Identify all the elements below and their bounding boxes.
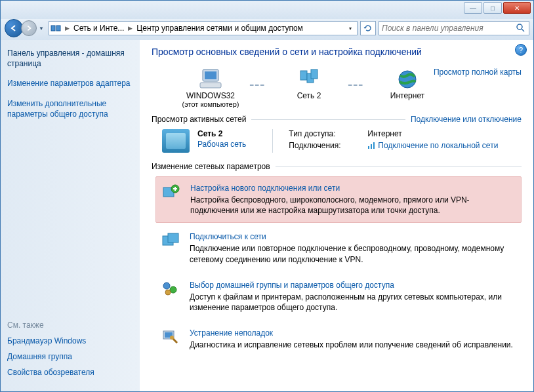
refresh-button[interactable] bbox=[360, 21, 376, 35]
network-category-icon[interactable] bbox=[162, 129, 190, 153]
section-label: Изменение сетевых параметров bbox=[152, 162, 270, 171]
forward-button[interactable] bbox=[21, 20, 37, 36]
local-connection-link[interactable]: Подключение по локальной сети bbox=[367, 141, 498, 150]
window: — □ ✕ ▼ ▶ Сеть и Инте... ▶ Центр управле… bbox=[0, 0, 534, 392]
svg-rect-9 bbox=[311, 69, 318, 79]
back-button[interactable] bbox=[5, 19, 23, 37]
svg-rect-1 bbox=[56, 26, 60, 31]
breadcrumb-separator[interactable]: ▶ bbox=[64, 25, 71, 31]
search-box[interactable] bbox=[379, 21, 529, 35]
address-dropdown[interactable]: ▾ bbox=[345, 26, 356, 31]
task-list: Настройка нового подключения или сети На… bbox=[155, 176, 522, 357]
task-homegroup-sharing[interactable]: Выбор домашней группы и параметров общег… bbox=[155, 274, 522, 319]
section-change-settings: Изменение сетевых параметров bbox=[152, 162, 522, 171]
computer-icon bbox=[171, 68, 250, 91]
active-network-left: Сеть 2 Рабочая сеть bbox=[162, 129, 246, 153]
maximize-button[interactable]: □ bbox=[483, 2, 502, 14]
refresh-icon bbox=[363, 24, 373, 33]
homegroup-icon bbox=[161, 281, 180, 299]
page-heading: Просмотр основных сведений о сети и наст… bbox=[152, 47, 522, 57]
task-description: Диагностика и исправление сетевых пробле… bbox=[190, 340, 516, 350]
task-title: Настройка нового подключения или сети bbox=[190, 184, 516, 193]
network-type-link[interactable]: Рабочая сеть bbox=[197, 140, 246, 149]
svg-point-18 bbox=[163, 283, 170, 289]
sidebar-see-also-label: См. также bbox=[7, 321, 133, 330]
help-button[interactable]: ? bbox=[515, 44, 527, 56]
connection-line: ━━━ bbox=[348, 82, 368, 88]
address-bar[interactable]: ▶ Сеть и Инте... ▶ Центр управления сетя… bbox=[49, 21, 358, 35]
breadcrumb-seg-1[interactable]: Сеть и Инте... bbox=[73, 24, 124, 33]
breadcrumb-seg-2[interactable]: Центр управления сетями и общим доступом bbox=[136, 24, 303, 33]
access-type-label: Тип доступа: bbox=[289, 129, 367, 138]
node-network[interactable]: Сеть 2 bbox=[270, 68, 348, 100]
minimize-button[interactable]: — bbox=[464, 2, 482, 14]
sidebar-link-sharing[interactable]: Изменить дополнительные параметры общего… bbox=[7, 98, 133, 119]
network-hub-icon bbox=[270, 68, 348, 91]
sidebar-link-adapter[interactable]: Изменение параметров адаптера bbox=[7, 78, 133, 88]
connection-line: ━━━ bbox=[250, 82, 270, 88]
task-description: Доступ к файлам и принтерам, расположенн… bbox=[190, 292, 516, 313]
sidebar-internet-options-link[interactable]: Свойства обозревателя bbox=[7, 368, 133, 377]
section-label: Просмотр активных сетей bbox=[152, 115, 246, 124]
troubleshoot-icon bbox=[161, 328, 180, 347]
address-row: ▼ ▶ Сеть и Инте... ▶ Центр управления се… bbox=[1, 19, 533, 40]
active-network-right: Тип доступа: Интернет Подключения: Подкл… bbox=[272, 129, 522, 153]
access-type-value: Интернет bbox=[367, 129, 401, 138]
task-troubleshoot[interactable]: Устранение неполадок Диагностика и испра… bbox=[155, 322, 522, 357]
nav-buttons: ▼ bbox=[5, 19, 46, 37]
sidebar-firewall-link[interactable]: Брандмауэр Windows bbox=[7, 336, 133, 345]
svg-point-23 bbox=[170, 336, 174, 340]
svg-rect-5 bbox=[205, 71, 216, 79]
svg-point-10 bbox=[399, 71, 416, 88]
svg-line-3 bbox=[522, 29, 524, 31]
node-label: WINDOWS32 bbox=[171, 91, 250, 100]
main-content: ? Просмотр основных сведений о сети и на… bbox=[140, 40, 533, 391]
connections-label: Подключения: bbox=[289, 141, 367, 150]
active-network-block: Сеть 2 Рабочая сеть Тип доступа: Интерне… bbox=[162, 129, 522, 153]
svg-point-19 bbox=[170, 286, 176, 293]
task-description: Подключение или повторное подключение к … bbox=[190, 243, 516, 264]
search-icon[interactable] bbox=[516, 23, 526, 34]
sidebar-homegroup-link[interactable]: Домашняя группа bbox=[7, 352, 133, 361]
svg-rect-7 bbox=[300, 71, 307, 80]
task-connect-network[interactable]: Подключиться к сети Подключение или повт… bbox=[155, 225, 522, 271]
control-panel-icon bbox=[51, 23, 61, 33]
signal-icon bbox=[367, 142, 375, 149]
svg-rect-12 bbox=[371, 144, 372, 149]
arrow-left-icon bbox=[10, 24, 18, 32]
sidebar-home-link[interactable]: Панель управления - домашняя страница bbox=[7, 48, 133, 69]
sidebar: Панель управления - домашняя страница Из… bbox=[1, 40, 140, 391]
task-title: Устранение неполадок bbox=[190, 328, 516, 338]
task-title: Подключиться к сети bbox=[190, 232, 516, 241]
svg-rect-13 bbox=[373, 142, 375, 149]
svg-rect-0 bbox=[51, 26, 55, 31]
task-description: Настройка беспроводного, широкополосного… bbox=[190, 195, 516, 216]
svg-rect-17 bbox=[168, 233, 178, 243]
network-map-wrap: Просмотр полной карты WINDOWS32 (этот ко… bbox=[152, 68, 522, 108]
window-controls: — □ ✕ bbox=[464, 2, 531, 14]
connect-network-icon bbox=[161, 232, 180, 250]
breadcrumb-separator[interactable]: ▶ bbox=[127, 25, 134, 31]
arrow-right-icon bbox=[26, 25, 32, 31]
connect-disconnect-link[interactable]: Подключение или отключение bbox=[411, 115, 522, 124]
close-button[interactable]: ✕ bbox=[503, 2, 531, 14]
section-active-networks: Просмотр активных сетей Подключение или … bbox=[152, 115, 522, 124]
body: Панель управления - домашняя страница Из… bbox=[1, 40, 533, 391]
new-connection-icon bbox=[161, 184, 181, 202]
search-input[interactable] bbox=[382, 24, 516, 33]
node-sublabel: (этот компьютер) bbox=[171, 100, 250, 108]
node-label: Интернет bbox=[368, 91, 447, 100]
network-name: Сеть 2 bbox=[197, 129, 246, 138]
svg-point-2 bbox=[517, 24, 522, 29]
svg-point-20 bbox=[165, 290, 171, 295]
full-map-link[interactable]: Просмотр полной карты bbox=[434, 68, 522, 77]
svg-rect-6 bbox=[200, 83, 221, 88]
node-label: Сеть 2 bbox=[270, 91, 348, 100]
titlebar: — □ ✕ bbox=[1, 1, 533, 19]
node-this-computer[interactable]: WINDOWS32 (этот компьютер) bbox=[171, 68, 250, 108]
svg-rect-11 bbox=[368, 146, 369, 149]
nav-history-dropdown[interactable]: ▼ bbox=[37, 22, 46, 35]
task-title: Выбор домашней группы и параметров общег… bbox=[190, 281, 516, 290]
task-new-connection[interactable]: Настройка нового подключения или сети На… bbox=[155, 176, 522, 223]
